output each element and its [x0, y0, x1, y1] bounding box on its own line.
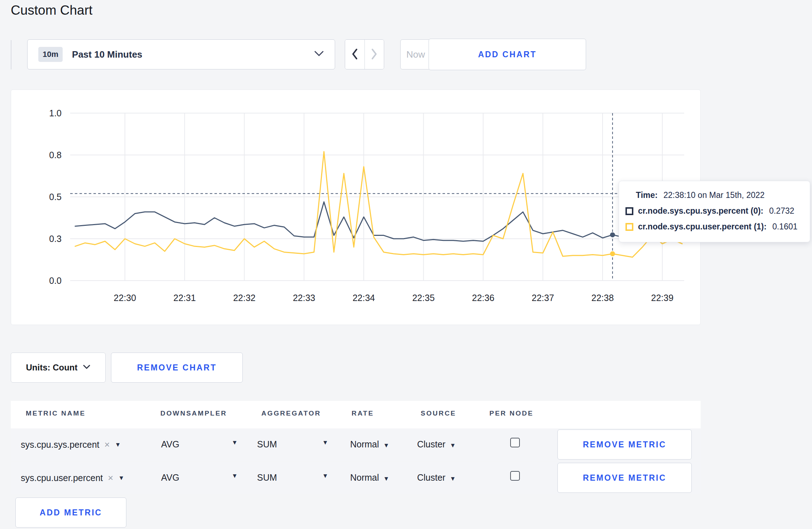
tooltip-series-value: 0.2732: [769, 206, 794, 216]
downsampler-select[interactable]: AVG▼: [161, 439, 179, 450]
chart-svg[interactable]: 1.00.80.50.30.022:3022:3122:3222:3322:34…: [11, 90, 701, 325]
chevron-down-icon: [83, 364, 90, 371]
downsampler-select[interactable]: AVG▼: [161, 472, 179, 483]
add-chart-button[interactable]: ADD CHART: [429, 39, 586, 70]
col-header-downsampler: DOWNSAMPLER: [160, 409, 227, 417]
remove-metric-button[interactable]: REMOVE METRIC: [557, 429, 692, 460]
units-dropdown[interactable]: Units: Count: [11, 353, 106, 383]
svg-text:22:38: 22:38: [591, 293, 614, 303]
svg-text:22:36: 22:36: [472, 293, 494, 303]
metric-name-value: sys.cpu.user.percent: [21, 473, 103, 483]
now-button[interactable]: Now: [400, 39, 431, 69]
tooltip-time-label: Time:: [636, 190, 658, 200]
tooltip-series-label: cr.node.sys.cpu.sys.percent (0):: [638, 206, 763, 216]
caret-down-icon: ▼: [383, 475, 390, 482]
aggregator-value: SUM: [257, 439, 277, 449]
table-row: sys.cpu.user.percent × ▼ AVG▼ SUM▼ Norma…: [11, 462, 701, 494]
rate-select[interactable]: Normal▼: [350, 472, 389, 483]
downsampler-value: AVG: [161, 472, 179, 482]
aggregator-select[interactable]: SUM▼: [257, 439, 277, 450]
caret-down-icon: ▼: [232, 439, 238, 446]
remove-metric-button[interactable]: REMOVE METRIC: [557, 463, 692, 493]
page-title: Custom Chart: [11, 3, 92, 18]
caret-down-icon: ▼: [118, 475, 124, 482]
series-sys-swatch-icon: [625, 207, 633, 215]
caret-down-icon: ▼: [232, 472, 238, 480]
time-back-button[interactable]: [345, 40, 364, 69]
svg-text:0.8: 0.8: [49, 150, 62, 160]
time-nav-group: [345, 39, 384, 69]
svg-text:0.5: 0.5: [49, 192, 62, 202]
aggregator-value: SUM: [257, 472, 277, 482]
svg-text:0.3: 0.3: [49, 234, 62, 244]
metric-name-select[interactable]: sys.cpu.user.percent × ▼: [21, 472, 124, 484]
time-window-label: Past 10 Minutes: [72, 49, 142, 60]
svg-text:22:35: 22:35: [412, 293, 435, 303]
svg-text:0.0: 0.0: [49, 276, 62, 286]
table-row: sys.cpu.sys.percent × ▼ AVG▼ SUM▼ Normal…: [11, 428, 701, 461]
rate-value: Normal: [350, 439, 379, 449]
time-forward-button[interactable]: [364, 40, 384, 69]
chevron-right-icon: [370, 48, 378, 62]
svg-text:22:32: 22:32: [233, 293, 256, 303]
chart-card: 1.00.80.50.30.022:3022:3122:3222:3322:34…: [11, 89, 701, 325]
col-header-rate: RATE: [352, 409, 374, 417]
aggregator-select[interactable]: SUM▼: [257, 472, 277, 483]
tooltip-series-label: cr.node.sys.cpu.user.percent (1):: [638, 222, 767, 232]
col-header-metric-name: METRIC NAME: [26, 409, 86, 417]
col-header-source: SOURCE: [421, 409, 456, 417]
caret-down-icon: ▼: [450, 475, 456, 482]
clear-metric-icon[interactable]: ×: [105, 439, 110, 450]
metrics-table-header: METRIC NAME DOWNSAMPLER AGGREGATOR RATE …: [11, 401, 701, 428]
caret-down-icon: ▼: [115, 441, 121, 448]
svg-text:22:39: 22:39: [651, 293, 674, 303]
svg-text:22:37: 22:37: [532, 293, 554, 303]
per-node-checkbox[interactable]: [510, 438, 520, 447]
svg-text:1.0: 1.0: [49, 108, 62, 118]
series-user-swatch-icon: [625, 223, 633, 231]
rate-value: Normal: [350, 472, 379, 482]
clear-metric-icon[interactable]: ×: [108, 472, 113, 484]
downsampler-value: AVG: [161, 439, 179, 449]
svg-text:22:33: 22:33: [293, 293, 315, 303]
chevron-down-icon: [314, 50, 324, 58]
source-value: Cluster: [417, 472, 445, 482]
chevron-left-icon: [351, 48, 359, 62]
time-window-dropdown[interactable]: 10m Past 10 Minutes: [27, 39, 335, 69]
per-node-checkbox[interactable]: [510, 471, 520, 481]
col-header-aggregator: AGGREGATOR: [261, 409, 321, 417]
units-label: Units: Count: [26, 363, 78, 373]
source-select[interactable]: Cluster▼: [417, 472, 456, 483]
add-metric-button[interactable]: ADD METRIC: [15, 498, 126, 528]
svg-text:22:30: 22:30: [114, 293, 136, 303]
metric-name-select[interactable]: sys.cpu.sys.percent × ▼: [21, 439, 121, 450]
caret-down-icon: ▼: [383, 442, 390, 449]
source-value: Cluster: [417, 439, 445, 449]
svg-text:22:31: 22:31: [173, 293, 196, 303]
caret-down-icon: ▼: [322, 472, 328, 480]
chart-tooltip: Time: 22:38:10 on Mar 15th, 2022 cr.node…: [619, 181, 810, 242]
caret-down-icon: ▼: [450, 442, 456, 449]
tooltip-series-value: 0.1601: [772, 222, 797, 232]
rate-select[interactable]: Normal▼: [350, 439, 389, 450]
metric-name-value: sys.cpu.sys.percent: [21, 440, 100, 450]
caret-down-icon: ▼: [322, 439, 328, 446]
time-window-badge: 10m: [38, 47, 63, 62]
source-select[interactable]: Cluster▼: [417, 439, 456, 450]
toolbar-divider: [11, 40, 11, 69]
col-header-per-node: PER NODE: [489, 409, 533, 417]
tooltip-time-value: 22:38:10 on Mar 15th, 2022: [663, 190, 765, 200]
remove-chart-button[interactable]: REMOVE CHART: [111, 353, 243, 383]
svg-text:22:34: 22:34: [353, 293, 375, 303]
